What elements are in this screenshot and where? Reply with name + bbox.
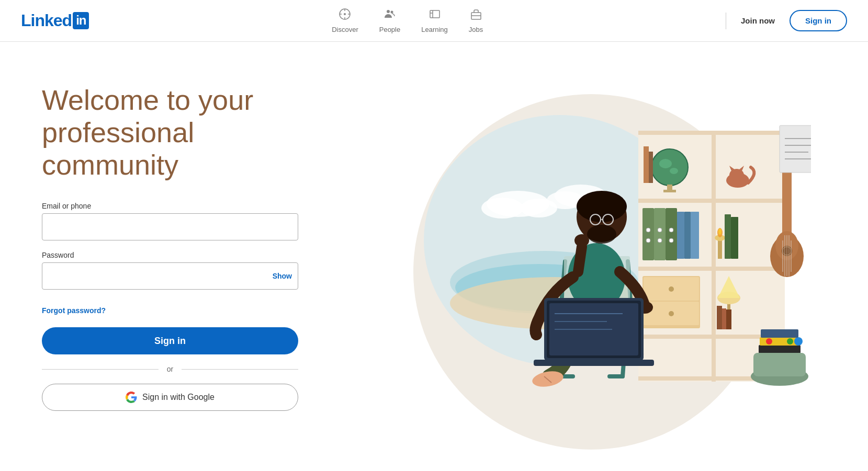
google-icon	[126, 392, 137, 403]
svg-point-16	[481, 198, 523, 219]
nav-label-jobs: Jobs	[469, 26, 483, 33]
password-input[interactable]	[42, 262, 298, 290]
svg-point-51	[669, 238, 673, 243]
password-label: Password	[42, 251, 324, 259]
svg-point-49	[658, 238, 662, 243]
or-text: or	[167, 365, 173, 373]
nav-label-people: People	[379, 26, 400, 33]
svg-point-65	[669, 311, 674, 316]
svg-point-97	[587, 225, 616, 244]
svg-rect-117	[761, 329, 798, 338]
logo-area: Linkedin	[21, 11, 89, 30]
learning-icon	[429, 8, 441, 24]
svg-point-114	[776, 338, 783, 344]
svg-point-33	[659, 159, 672, 168]
header-sign-in-button[interactable]: Sign in	[790, 10, 847, 31]
compass-icon	[339, 8, 351, 24]
svg-rect-71	[726, 309, 731, 329]
svg-rect-59	[725, 214, 731, 259]
logo-text: Linked	[21, 11, 72, 30]
nav-item-jobs[interactable]: Jobs	[469, 8, 483, 33]
password-group: Password Show	[42, 251, 324, 290]
main-content: Welcome to your professional community E…	[0, 42, 868, 471]
svg-point-116	[794, 337, 803, 346]
hero-illustration	[340, 63, 811, 470]
svg-rect-60	[731, 217, 738, 259]
jobs-icon	[470, 8, 482, 24]
svg-point-46	[646, 228, 650, 232]
svg-rect-38	[649, 152, 653, 183]
svg-rect-36	[663, 190, 676, 192]
email-input[interactable]	[42, 213, 298, 240]
svg-rect-120	[780, 125, 811, 173]
svg-rect-44	[654, 208, 666, 260]
or-divider: or	[42, 365, 298, 373]
svg-rect-119	[753, 353, 806, 376]
svg-rect-30	[712, 131, 716, 382]
nav-divider	[726, 13, 726, 29]
left-panel: Welcome to your professional community E…	[42, 73, 324, 411]
svg-rect-37	[644, 146, 649, 183]
svg-point-34	[670, 168, 678, 174]
svg-point-47	[646, 238, 650, 243]
nav-item-people[interactable]: People	[379, 8, 400, 33]
svg-point-113	[766, 338, 772, 344]
google-sign-in-button[interactable]: Sign in with Google	[42, 384, 298, 411]
email-label: Email or phone	[42, 202, 324, 210]
welcome-title: Welcome to your professional community	[42, 84, 324, 181]
logo-in: in	[73, 12, 89, 29]
forgot-password-link[interactable]: Forgot password?	[42, 306, 106, 315]
svg-point-64	[669, 286, 674, 292]
svg-rect-53	[684, 212, 691, 259]
linkedin-logo[interactable]: Linkedin	[21, 11, 89, 30]
sign-in-button[interactable]: Sign in	[42, 327, 298, 354]
svg-point-48	[658, 228, 662, 232]
header-actions: Join now Sign in	[726, 10, 847, 31]
svg-rect-54	[691, 212, 699, 259]
main-nav: Discover People Learning Jobs	[332, 8, 483, 33]
svg-rect-45	[666, 208, 677, 260]
google-button-label: Sign in with Google	[142, 393, 215, 402]
right-panel	[324, 73, 826, 471]
divider-line-left	[42, 369, 159, 370]
svg-point-7	[390, 11, 393, 14]
nav-label-learning: Learning	[421, 26, 448, 33]
password-wrapper: Show	[42, 262, 298, 290]
people-icon	[384, 8, 396, 24]
divider-line-right	[182, 369, 298, 370]
svg-rect-110	[534, 360, 654, 366]
svg-point-1	[344, 13, 346, 15]
nav-label-discover: Discover	[332, 26, 358, 33]
svg-point-115	[787, 338, 793, 344]
svg-point-58	[718, 228, 722, 235]
join-now-button[interactable]: Join now	[735, 12, 781, 29]
svg-point-93	[577, 191, 627, 222]
svg-point-50	[669, 228, 673, 232]
svg-point-6	[387, 10, 390, 13]
header: Linkedin Discover People Learning Jobs	[0, 0, 868, 42]
svg-rect-43	[642, 208, 654, 260]
svg-rect-69	[717, 306, 722, 329]
nav-item-learning[interactable]: Learning	[421, 8, 448, 33]
email-group: Email or phone	[42, 202, 324, 240]
nav-item-discover[interactable]: Discover	[332, 8, 358, 33]
svg-rect-70	[722, 308, 726, 329]
show-password-button[interactable]: Show	[273, 272, 292, 280]
svg-rect-52	[677, 212, 684, 259]
svg-rect-111	[759, 345, 801, 353]
svg-rect-8	[430, 10, 439, 18]
